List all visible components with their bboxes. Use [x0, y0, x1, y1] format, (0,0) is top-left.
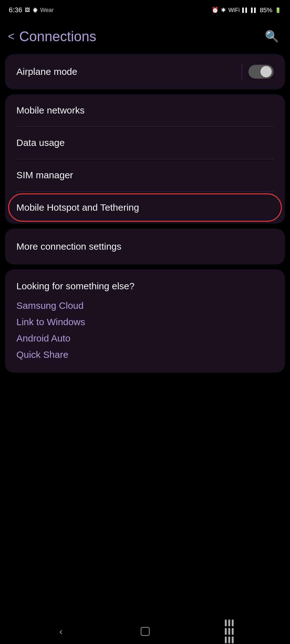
- signal2-icon: ▌▌: [251, 8, 257, 13]
- toggle-switch[interactable]: [248, 65, 274, 79]
- airplane-mode-toggle[interactable]: [248, 65, 274, 79]
- divider: [242, 64, 242, 79]
- sim-manager-label: SIM manager: [16, 170, 73, 180]
- wear-icon: ⌚: [32, 8, 38, 13]
- toggle-knob: [260, 66, 272, 77]
- navigation-bar: ‹: [0, 619, 290, 644]
- looking-card: Looking for something else? Samsung Clou…: [5, 269, 285, 373]
- bluetooth-icon: ✱: [221, 7, 226, 14]
- time-display: 6:36: [9, 6, 22, 14]
- mobile-networks-item[interactable]: Mobile networks: [5, 94, 285, 126]
- nav-recents-icon: [225, 619, 234, 643]
- hotspot-tethering-item[interactable]: Mobile Hotspot and Tethering: [5, 192, 285, 224]
- quick-share-link[interactable]: Quick Share: [16, 349, 274, 360]
- data-usage-item[interactable]: Data usage: [5, 127, 285, 159]
- nav-back-button[interactable]: ‹: [48, 622, 74, 641]
- header-left: < Connections: [6, 28, 96, 45]
- data-usage-label: Data usage: [16, 137, 65, 148]
- airplane-mode-label: Airplane mode: [16, 66, 77, 77]
- looking-title: Looking for something else?: [16, 281, 274, 291]
- link-to-windows-link[interactable]: Link to Windows: [16, 317, 274, 327]
- search-button[interactable]: 🔍: [263, 28, 281, 45]
- wifi-icon: WiFi: [228, 7, 240, 14]
- wear-label: Wear: [40, 7, 54, 14]
- hotspot-tethering-label: Mobile Hotspot and Tethering: [16, 202, 139, 213]
- battery-icon: 🔋: [275, 7, 281, 13]
- status-right: ⏰ ✱ WiFi ▌▌ ▌▌ 85% 🔋: [212, 7, 281, 14]
- samsung-cloud-link[interactable]: Samsung Cloud: [16, 300, 274, 311]
- battery-text: 85%: [260, 7, 272, 14]
- network-list-card: Mobile networks Data usage SIM manager M…: [5, 94, 285, 224]
- nav-home-icon: [141, 627, 150, 636]
- more-settings-label: More connection settings: [16, 241, 122, 252]
- nav-home-button[interactable]: [133, 622, 158, 641]
- header: < Connections 🔍: [0, 19, 290, 54]
- signal-icon: ▌▌: [242, 8, 248, 13]
- more-settings-card[interactable]: More connection settings: [5, 229, 285, 264]
- page-title: Connections: [19, 29, 96, 44]
- alarm-icon: ⏰: [212, 7, 219, 14]
- main-content: Airplane mode Mobile networks Data usage…: [0, 54, 290, 410]
- photo-icon: 🖼: [25, 7, 30, 13]
- nav-recents-button[interactable]: [217, 622, 242, 641]
- airplane-mode-card: Airplane mode: [5, 54, 285, 89]
- android-auto-link[interactable]: Android Auto: [16, 333, 274, 344]
- sim-manager-item[interactable]: SIM manager: [5, 159, 285, 191]
- airplane-mode-row[interactable]: Airplane mode: [5, 54, 285, 89]
- status-bar: 6:36 🖼 ⌚ Wear ⏰ ✱ WiFi ▌▌ ▌▌ 85% 🔋: [0, 0, 290, 19]
- nav-back-icon: ‹: [60, 626, 63, 637]
- more-settings-item[interactable]: More connection settings: [5, 229, 285, 264]
- status-left: 6:36 🖼 ⌚ Wear: [9, 6, 54, 14]
- back-button[interactable]: <: [6, 28, 16, 45]
- mobile-networks-label: Mobile networks: [16, 105, 85, 115]
